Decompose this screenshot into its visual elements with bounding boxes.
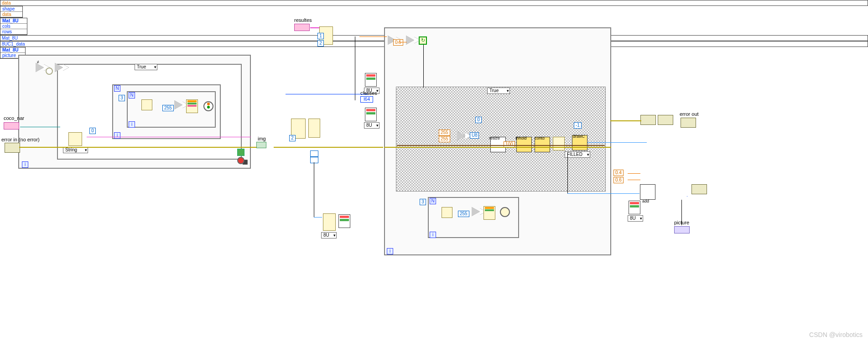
prop-rows: rows	[0, 29, 27, 35]
stop-button-icon	[237, 157, 244, 164]
const-0-6: 0.6	[613, 177, 624, 183]
build-array-node[interactable]	[186, 99, 198, 113]
const-3-lower: 3	[420, 199, 426, 205]
error-out-indicator[interactable]	[681, 118, 696, 128]
multiply-lower[interactable]	[472, 207, 483, 218]
index-array-node[interactable]	[141, 99, 152, 110]
error-wire-node-2[interactable]	[658, 115, 673, 125]
build-array-r[interactable]	[553, 137, 565, 150]
reshape-array-node[interactable]	[308, 119, 320, 138]
error-merge-node[interactable]	[691, 184, 707, 194]
const-255-lower: 255	[458, 211, 469, 217]
picture-indicator[interactable]	[674, 226, 690, 233]
and-node[interactable]	[46, 67, 53, 75]
thhold-label: thhold	[515, 136, 527, 140]
u8-convert: U8	[470, 132, 479, 139]
add-label: add	[642, 199, 649, 203]
const-0-4: 0.4	[613, 170, 624, 176]
color-vi-mid[interactable]	[365, 108, 377, 121]
loop-iteration-icon: i	[114, 132, 120, 139]
color-vi-br[interactable]	[629, 201, 640, 214]
unbundle-data-top[interactable]: data	[0, 0, 868, 6]
coco-names-label: coco_nar	[4, 115, 24, 121]
filled-selector[interactable]: FILLED	[565, 151, 590, 158]
loop-n-icon: N	[114, 85, 120, 92]
color-box-node[interactable]	[203, 101, 213, 111]
const-0-5: 0.5	[393, 39, 403, 46]
case-selector-true-right[interactable]: True	[487, 88, 510, 94]
greater-node[interactable]	[406, 36, 417, 47]
reshape-bl[interactable]	[323, 213, 336, 231]
error-wire-node-1[interactable]	[640, 115, 656, 125]
const-255: 255	[162, 105, 174, 111]
resultes-label: resultes	[294, 17, 312, 23]
conto-label: conto	[535, 136, 545, 140]
not-equal-node[interactable]: ≠	[36, 63, 47, 74]
loop-iteration-icon: i	[22, 161, 28, 168]
const-2: 2	[317, 40, 324, 47]
multiply-node-r[interactable]	[457, 131, 468, 142]
build-array-lower[interactable]	[483, 206, 495, 220]
loop-n-icon: N	[129, 92, 135, 98]
boolean-indicator: ↻	[419, 36, 427, 45]
const-255-r2: 255	[439, 136, 450, 142]
loop-n-icon: N	[430, 198, 436, 204]
loop-iteration-icon: i	[387, 248, 393, 254]
const-0: 0	[89, 128, 96, 134]
watermark: CSDN @virobotics	[809, 331, 863, 338]
classes-label: classes	[360, 90, 377, 96]
loop-iteration-icon: i	[430, 232, 436, 238]
color-vi-top[interactable]	[365, 73, 377, 87]
enum-8u-br[interactable]: 8U	[628, 215, 643, 222]
variant-to-data-node[interactable]	[68, 132, 82, 146]
to-i32-icon	[310, 150, 318, 157]
const-255-r1: 255	[439, 130, 450, 136]
resultes-control[interactable]	[294, 24, 310, 31]
enum-8u-bl[interactable]: 8U	[321, 232, 337, 238]
drawc-label: drawC	[573, 134, 585, 139]
loop-iteration-icon: i	[129, 121, 135, 128]
const-0-r: 0	[475, 117, 482, 123]
prop-data: data	[0, 12, 22, 17]
const-3: 3	[119, 95, 125, 101]
color-vi-bl[interactable]	[338, 214, 350, 228]
color-box-lower[interactable]	[500, 207, 510, 217]
prop-hdr-mat8u-r: Mat_8U	[0, 47, 25, 53]
boolean-true-const	[237, 149, 244, 156]
error-in-label: error in (no error)	[1, 137, 40, 142]
prop-hdr-mat8u: Mat_8U	[0, 18, 27, 24]
prop-cols: cols	[0, 24, 27, 29]
const-2-b: 2	[289, 135, 296, 141]
case-selector-true-left[interactable]: True	[135, 64, 157, 70]
string-ring-selector[interactable]: String	[63, 147, 88, 153]
property-node-mat8u[interactable]: Mat_8U cols rows	[0, 18, 27, 35]
property-node-shape-data[interactable]: shape data	[0, 6, 23, 18]
img-refnum[interactable]	[256, 142, 266, 148]
add-vi[interactable]	[640, 184, 655, 200]
coco-names-control[interactable]	[4, 122, 19, 130]
resize-label: resize	[489, 136, 500, 140]
enum-8u-b[interactable]: 8U	[364, 122, 379, 129]
const-1: 1	[317, 33, 324, 39]
error-in-control[interactable]	[5, 143, 20, 153]
error-out-label: error out	[680, 111, 699, 117]
index-array-lower[interactable]	[442, 207, 452, 218]
multiply-node[interactable]	[174, 100, 185, 111]
prop-shape: shape	[0, 6, 22, 12]
to-u32-icon	[310, 157, 318, 163]
i64-ring: I64	[360, 96, 373, 103]
select-node[interactable]	[55, 63, 66, 74]
img-label: img	[258, 136, 266, 141]
const-neg1: -1	[574, 122, 582, 129]
